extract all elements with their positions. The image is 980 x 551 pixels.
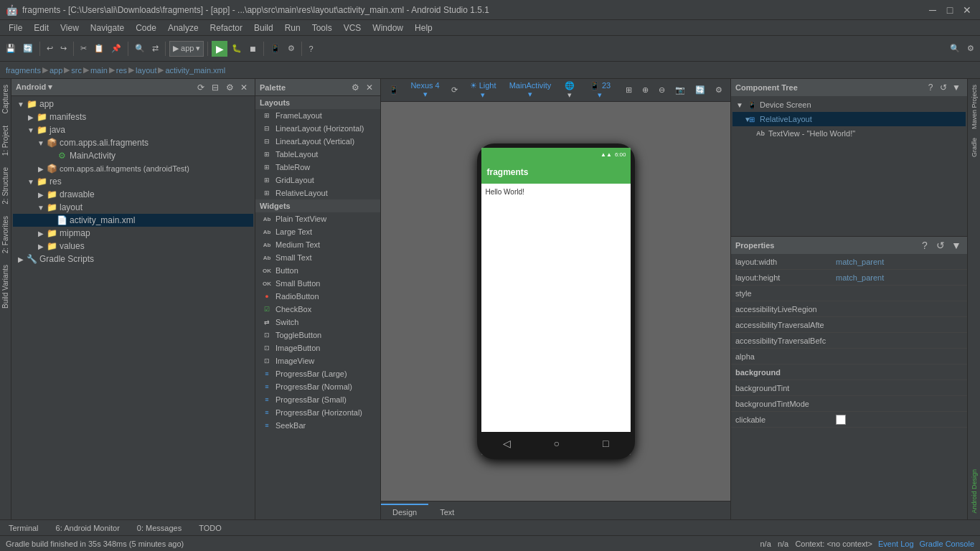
comp-relativelayout[interactable]: ▼ ⊞ RelativeLayout bbox=[732, 112, 966, 126]
design-zoom-out[interactable]: ⊖ bbox=[655, 83, 669, 98]
android-monitor-tab[interactable]: 6: Android Monitor bbox=[50, 522, 126, 534]
minimize-button[interactable]: ─ bbox=[925, 3, 940, 17]
palette-tablerow[interactable]: ⊞ TableRow bbox=[255, 161, 380, 174]
palette-progressbar-horizontal[interactable]: ≡ ProgressBar (Horizontal) bbox=[255, 406, 380, 419]
maven-tab[interactable]: Maven Projects bbox=[969, 82, 979, 132]
toolbar-paste[interactable]: 📌 bbox=[108, 40, 124, 57]
project-sync-btn[interactable]: ⟳ bbox=[194, 81, 207, 94]
toolbar-undo[interactable]: ↩ bbox=[44, 40, 56, 57]
tree-item-drawable[interactable]: ▶ 📁 drawable bbox=[13, 188, 253, 201]
breadcrumb-layout[interactable]: layout bbox=[136, 66, 156, 75]
captures-tab[interactable]: Captures bbox=[0, 79, 11, 120]
tree-item-values[interactable]: ▶ 📁 values bbox=[13, 240, 253, 253]
project-close-btn[interactable]: ✕ bbox=[237, 81, 250, 94]
palette-checkbox[interactable]: ☑ CheckBox bbox=[255, 303, 380, 316]
prop-value-layout-height[interactable]: match_parent bbox=[831, 273, 967, 282]
palette-settings-btn[interactable]: ⚙ bbox=[349, 81, 362, 94]
tree-item-activity-main[interactable]: 📄 activity_main.xml bbox=[13, 214, 253, 227]
palette-imageview[interactable]: ⊡ ImageView bbox=[255, 354, 380, 367]
toolbar-sync[interactable]: 🔄 bbox=[20, 40, 36, 57]
design-zoom-fit[interactable]: ⊞ bbox=[622, 83, 636, 98]
tree-item-package1[interactable]: ▼ 📦 com.apps.ali.fragments bbox=[13, 136, 253, 149]
tree-item-package2[interactable]: ▶ 📦 com.apps.ali.fragments (androidTest) bbox=[13, 162, 253, 175]
menu-help[interactable]: Help bbox=[409, 22, 438, 34]
tree-item-layout[interactable]: ▼ 📁 layout bbox=[13, 201, 253, 214]
palette-large-text[interactable]: Ab Large Text bbox=[255, 225, 380, 238]
palette-progressbar-small[interactable]: ≡ ProgressBar (Small) bbox=[255, 393, 380, 406]
palette-togglebutton[interactable]: ⊡ ToggleButton bbox=[255, 329, 380, 342]
terminal-tab[interactable]: Terminal bbox=[3, 522, 44, 534]
comp-device-screen[interactable]: ▼ 📱 Device Screen bbox=[732, 98, 966, 112]
design-device-btn[interactable]: Nexus 4 ▾ bbox=[405, 83, 445, 98]
close-button[interactable]: ✕ bbox=[960, 3, 974, 17]
palette-small-button[interactable]: OK Small Button bbox=[255, 277, 380, 290]
breadcrumb-main[interactable]: main bbox=[90, 66, 108, 75]
palette-button[interactable]: OK Button bbox=[255, 264, 380, 277]
design-api-btn[interactable]: 📱 23 ▾ bbox=[584, 83, 616, 98]
palette-small-text[interactable]: Ab Small Text bbox=[255, 251, 380, 264]
tree-item-java[interactable]: ▼ 📁 java bbox=[13, 123, 253, 136]
toolbar-find[interactable]: 🔍 bbox=[132, 40, 148, 57]
comp-textview[interactable]: Ab TextView - "Hello World!" bbox=[732, 126, 966, 141]
android-design-tab[interactable]: Android Design bbox=[969, 466, 979, 517]
design-activity-btn[interactable]: MainActivity ▾ bbox=[504, 83, 556, 98]
design-zoom-in[interactable]: ⊕ bbox=[639, 83, 652, 98]
debug-button[interactable]: 🐛 bbox=[229, 40, 245, 57]
variants-tab[interactable]: Build Variants bbox=[0, 259, 11, 314]
palette-tablelayout[interactable]: ⊞ TableLayout bbox=[255, 148, 380, 161]
menu-edit[interactable]: Edit bbox=[28, 22, 55, 34]
comp-tree-help-btn[interactable]: ? bbox=[924, 81, 937, 94]
tree-item-app[interactable]: ▼ 📁 app bbox=[13, 98, 253, 110]
breadcrumb-res[interactable]: res bbox=[116, 66, 127, 75]
palette-progressbar-large[interactable]: ≡ ProgressBar (Large) bbox=[255, 367, 380, 380]
sdk-button[interactable]: ⚙ bbox=[285, 40, 298, 57]
palette-close-btn[interactable]: ✕ bbox=[363, 81, 376, 94]
props-filter-btn[interactable]: ▼ bbox=[950, 239, 963, 252]
favorites-tab[interactable]: 2: Favorites bbox=[0, 210, 11, 259]
messages-tab[interactable]: 0: Messages bbox=[131, 522, 187, 534]
breadcrumb-app[interactable]: app bbox=[50, 66, 62, 75]
menu-tools[interactable]: Tools bbox=[306, 22, 338, 34]
menu-window[interactable]: Window bbox=[367, 22, 409, 34]
design-screenshot[interactable]: 📷 bbox=[672, 83, 689, 98]
settings-toolbar[interactable]: ⚙ bbox=[964, 40, 977, 57]
toolbar-copy[interactable]: 📋 bbox=[91, 40, 107, 57]
props-help-btn[interactable]: ? bbox=[918, 239, 931, 252]
comp-tree-refresh-btn[interactable]: ↺ bbox=[937, 81, 950, 94]
tab-design[interactable]: Design bbox=[381, 504, 428, 519]
design-orientation-btn[interactable]: 📱 bbox=[385, 83, 402, 98]
palette-imagebutton[interactable]: ⊡ ImageButton bbox=[255, 342, 380, 354]
menu-code[interactable]: Code bbox=[130, 22, 162, 34]
toolbar-redo[interactable]: ↪ bbox=[57, 40, 70, 57]
palette-plain-textview[interactable]: Ab Plain TextView bbox=[255, 212, 380, 225]
tab-text[interactable]: Text bbox=[428, 504, 466, 519]
event-log-btn[interactable]: Event Log bbox=[878, 540, 914, 548]
breadcrumb-src[interactable]: src bbox=[71, 66, 82, 75]
app-dropdown[interactable]: ▶ app ▾ bbox=[169, 41, 204, 57]
palette-progressbar-normal[interactable]: ≡ ProgressBar (Normal) bbox=[255, 380, 380, 393]
run-button[interactable]: ▶ bbox=[212, 41, 227, 57]
structure-tab[interactable]: 2: Structure bbox=[0, 161, 11, 210]
home-nav-btn[interactable]: ○ bbox=[554, 438, 560, 449]
menu-build[interactable]: Build bbox=[248, 22, 279, 34]
prop-clickable-checkbox[interactable] bbox=[836, 415, 846, 425]
design-settings[interactable]: ⚙ bbox=[712, 83, 726, 98]
palette-switch[interactable]: ⇄ Switch bbox=[255, 316, 380, 329]
project-collapse-btn[interactable]: ⊟ bbox=[209, 81, 222, 94]
tree-item-mainactivity[interactable]: ⚙ MainActivity bbox=[13, 149, 253, 162]
menu-file[interactable]: File bbox=[3, 22, 28, 34]
palette-gridlayout[interactable]: ⊞ GridLayout bbox=[255, 174, 380, 187]
prop-value-layout-width[interactable]: match_parent bbox=[831, 258, 967, 266]
back-nav-btn[interactable]: ◁ bbox=[503, 438, 511, 449]
search-toolbar[interactable]: 🔍 bbox=[947, 40, 963, 57]
project-settings-btn[interactable]: ⚙ bbox=[223, 81, 236, 94]
menu-refactor[interactable]: Refactor bbox=[204, 22, 248, 34]
tree-item-manifests[interactable]: ▶ 📁 manifests bbox=[13, 110, 253, 123]
menu-navigate[interactable]: Navigate bbox=[85, 22, 130, 34]
avd-button[interactable]: 📱 bbox=[268, 40, 283, 57]
tree-item-mipmap[interactable]: ▶ 📁 mipmap bbox=[13, 227, 253, 240]
breadcrumb-fragments[interactable]: fragments bbox=[6, 66, 41, 75]
palette-framelayout[interactable]: ⊞ FrameLayout bbox=[255, 109, 380, 122]
menu-vcs[interactable]: VCS bbox=[338, 22, 367, 34]
tree-item-res[interactable]: ▼ 📁 res bbox=[13, 175, 253, 188]
